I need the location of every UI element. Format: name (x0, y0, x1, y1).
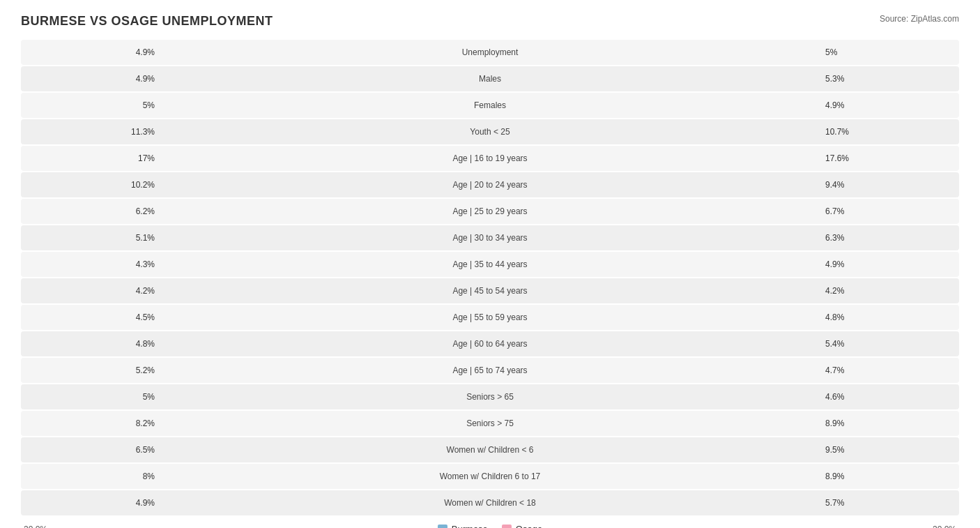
bar-area: Age | 65 to 74 years (160, 358, 820, 383)
chart-rows: 4.9%Unemployment5%4.9%Males5.3%5%Females… (21, 40, 959, 517)
bar-right-value: 10.7% (820, 127, 959, 137)
bar-area: Seniors > 65 (160, 384, 820, 409)
legend-box-blue (438, 525, 447, 529)
bar-center-label: Seniors > 75 (466, 418, 514, 428)
bar-left-value: 4.9% (21, 498, 160, 508)
bar-area: Males (160, 66, 820, 91)
bar-right-value: 4.8% (820, 312, 959, 322)
bar-left-value: 4.3% (21, 259, 160, 269)
bar-area: Youth < 25 (160, 119, 820, 144)
bar-left-value: 8% (21, 472, 160, 481)
bar-center-label: Seniors > 65 (466, 392, 514, 402)
chart-row: 5.1%Age | 30 to 34 years6.3% (21, 225, 959, 250)
chart-row: 10.2%Age | 20 to 24 years9.4% (21, 172, 959, 197)
bar-left-value: 8.2% (21, 418, 160, 428)
bar-left-value: 11.3% (21, 127, 160, 137)
bar-right-value: 4.7% (820, 365, 959, 375)
chart-header: BURMESE VS OSAGE UNEMPLOYMENT Source: Zi… (21, 14, 959, 29)
bar-center-label: Unemployment (462, 47, 519, 57)
chart-row: 4.8%Age | 60 to 64 years5.4% (21, 331, 959, 356)
bar-area: Age | 60 to 64 years (160, 331, 820, 356)
bar-center-label: Age | 35 to 44 years (452, 259, 527, 269)
chart-row: 8.2%Seniors > 758.9% (21, 411, 959, 436)
chart-title: BURMESE VS OSAGE UNEMPLOYMENT (21, 14, 273, 29)
bar-left-value: 4.9% (21, 47, 160, 57)
bar-right-value: 4.2% (820, 286, 959, 296)
bar-area: Age | 16 to 19 years (160, 146, 820, 171)
bar-right-value: 6.7% (820, 206, 959, 216)
chart-row: 11.3%Youth < 2510.7% (21, 119, 959, 144)
bar-right-value: 5.7% (820, 498, 959, 508)
bar-left-value: 10.2% (21, 180, 160, 190)
bar-left-value: 6.5% (21, 445, 160, 455)
legend-label-osage: Osage (516, 524, 542, 528)
bar-right-value: 9.5% (820, 445, 959, 455)
chart-row: 4.2%Age | 45 to 54 years4.2% (21, 278, 959, 303)
bar-left-value: 6.2% (21, 206, 160, 216)
chart-row: 6.5%Women w/ Children < 69.5% (21, 437, 959, 462)
bar-center-label: Women w/ Children < 6 (447, 445, 534, 455)
bar-center-label: Age | 20 to 24 years (452, 180, 527, 190)
bar-area: Age | 35 to 44 years (160, 252, 820, 277)
bar-right-value: 5.4% (820, 339, 959, 349)
chart-row: 17%Age | 16 to 19 years17.6% (21, 146, 959, 171)
bar-right-value: 9.4% (820, 180, 959, 190)
bar-left-value: 17% (21, 153, 160, 163)
bar-right-value: 8.9% (820, 472, 959, 481)
bar-area: Unemployment (160, 40, 820, 65)
bar-area: Women w/ Children < 6 (160, 437, 820, 462)
bar-right-value: 17.6% (820, 153, 959, 163)
bar-left-value: 5% (21, 392, 160, 402)
chart-row: 5.2%Age | 65 to 74 years4.7% (21, 358, 959, 383)
chart-row: 4.9%Males5.3% (21, 66, 959, 91)
legend-item-burmese: Burmese (438, 524, 488, 528)
bar-area: Women w/ Children < 18 (160, 490, 820, 515)
chart-row: 4.3%Age | 35 to 44 years4.9% (21, 252, 959, 277)
bar-right-value: 4.9% (820, 259, 959, 269)
footer-scale-left: 20.0% (21, 525, 160, 529)
bar-left-value: 5.1% (21, 233, 160, 243)
bar-left-value: 5% (21, 100, 160, 110)
bar-center-label: Youth < 25 (470, 127, 510, 137)
chart-row: 4.5%Age | 55 to 59 years4.8% (21, 305, 959, 330)
bar-area: Women w/ Children 6 to 17 (160, 464, 820, 489)
chart-container: BURMESE VS OSAGE UNEMPLOYMENT Source: Zi… (0, 0, 980, 528)
chart-row: 5%Females4.9% (21, 93, 959, 118)
bar-right-value: 4.6% (820, 392, 959, 402)
chart-row: 8%Women w/ Children 6 to 178.9% (21, 464, 959, 489)
bar-area: Age | 25 to 29 years (160, 199, 820, 224)
bar-area: Females (160, 93, 820, 118)
bar-area: Age | 30 to 34 years (160, 225, 820, 250)
bar-area: Age | 20 to 24 years (160, 172, 820, 197)
bar-area: Age | 45 to 54 years (160, 278, 820, 303)
bar-right-value: 5% (820, 47, 959, 57)
bar-left-value: 4.8% (21, 339, 160, 349)
chart-row: 4.9%Unemployment5% (21, 40, 959, 65)
legend: Burmese Osage (438, 524, 542, 528)
bar-right-value: 8.9% (820, 418, 959, 428)
bar-right-value: 6.3% (820, 233, 959, 243)
footer-scale-right: 20.0% (820, 525, 959, 529)
bar-left-value: 4.5% (21, 312, 160, 322)
legend-box-pink (502, 525, 512, 529)
bar-center-label: Women w/ Children < 18 (444, 498, 536, 508)
bar-center-label: Age | 16 to 19 years (452, 153, 527, 163)
bar-right-value: 4.9% (820, 100, 959, 110)
bar-area: Age | 55 to 59 years (160, 305, 820, 330)
bar-center-label: Age | 30 to 34 years (452, 233, 527, 243)
bar-left-value: 4.9% (21, 74, 160, 84)
bar-center-label: Age | 65 to 74 years (452, 365, 527, 375)
bar-area: Seniors > 75 (160, 411, 820, 436)
bar-center-label: Age | 25 to 29 years (452, 206, 527, 216)
bar-center-label: Age | 45 to 54 years (452, 286, 527, 296)
legend-label-burmese: Burmese (452, 524, 488, 528)
chart-row: 6.2%Age | 25 to 29 years6.7% (21, 199, 959, 224)
bar-left-value: 5.2% (21, 365, 160, 375)
bar-center-label: Females (474, 100, 506, 110)
bar-center-label: Women w/ Children 6 to 17 (440, 472, 541, 481)
chart-row: 5%Seniors > 654.6% (21, 384, 959, 409)
bar-left-value: 4.2% (21, 286, 160, 296)
chart-source: Source: ZipAtlas.com (880, 14, 959, 24)
chart-row: 4.9%Women w/ Children < 185.7% (21, 490, 959, 515)
legend-item-osage: Osage (502, 524, 542, 528)
